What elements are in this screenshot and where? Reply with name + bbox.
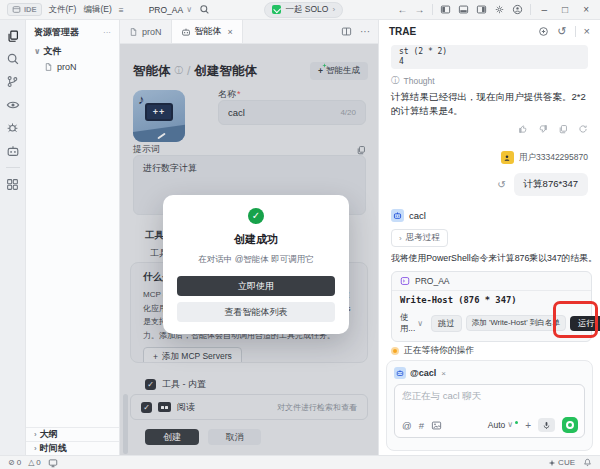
use-now-button[interactable]: 立即使用 (177, 276, 335, 296)
activity-bar-divider (6, 167, 20, 168)
preview-eye-icon[interactable] (5, 97, 20, 112)
toggle-bottom-panel-icon[interactable] (458, 4, 469, 15)
retry-message-icon[interactable]: ↺ (497, 179, 505, 190)
toggle-left-panel-icon[interactable] (440, 4, 451, 15)
menu-edit[interactable]: 编辑(E) (83, 4, 111, 16)
add-whitelist-button[interactable]: 添加 'Write-Host' 到白名单 (466, 315, 566, 331)
errors-status[interactable]: ⊘ 0 (8, 458, 21, 467)
explorer-files-icon[interactable] (5, 28, 20, 43)
terminal-card-header: PRO_AA (392, 272, 591, 291)
titlebar: IDE 文件(F) 编辑(E) ≡ PRO_AA ∨ 一起 SOLO › ← →… (0, 0, 600, 20)
create-agent-page: 智能体 ⓘ / 创建智能体 + 智能生成 ♪ ++ 名称* (120, 44, 378, 455)
cue-status[interactable]: CUE (548, 458, 575, 467)
editor-pane: proN 智能体 × ··· 智能体 ⓘ / 创建智能体 (120, 20, 378, 455)
command-actions: 使用... ∨ 跳过 添加 'Write-Host' 到白名单 运行 (392, 307, 591, 341)
project-switcher[interactable]: PRO_AA ∨ (149, 5, 192, 15)
user-avatar (501, 151, 514, 164)
statusbar-right: CUE (548, 458, 592, 467)
context-hash-icon[interactable]: # (419, 420, 424, 431)
ide-label: IDE (24, 5, 37, 14)
skip-button[interactable]: 跳过 (431, 315, 462, 332)
search-sidebar-icon[interactable] (5, 51, 20, 66)
thumbs-up-icon[interactable] (518, 124, 528, 134)
user-identity-row: 用户33342295870 (501, 151, 588, 164)
run-button[interactable]: 运行 (570, 316, 600, 331)
user-name: 用户33342295870 (519, 152, 588, 164)
ai-agent-icon[interactable] (5, 143, 20, 158)
close-chat-icon[interactable]: × (584, 25, 590, 37)
search-icon[interactable] (199, 4, 210, 15)
source-control-icon[interactable] (5, 74, 20, 89)
voice-input-button[interactable] (538, 418, 555, 432)
terminal-command-card: PRO_AA Write-Host (876 * 347) 使用... ∨ 跳过… (391, 271, 592, 342)
account-icon[interactable] (512, 4, 523, 15)
success-modal: ✓ 创建成功 在对话中 @智能体 即可调用它 立即使用 查看智能体列表 (163, 195, 349, 334)
user-message-row: ↺ 计算876*347 (497, 173, 588, 196)
timeline-section[interactable]: › 时间线 (26, 441, 119, 455)
extensions-grid-icon[interactable] (5, 177, 20, 192)
window-logo-icon (12, 5, 21, 14)
input-toolbar: @ # Auto ∨ + (402, 417, 578, 433)
app-logo[interactable]: IDE (7, 3, 42, 16)
chevron-right-icon: › (399, 234, 402, 243)
remove-chip-icon[interactable]: × (441, 369, 446, 378)
thinking-label: 思考过程 (406, 232, 440, 244)
ports-status[interactable] (48, 458, 58, 468)
outline-section[interactable]: › 大纲 (26, 427, 119, 441)
thought-row[interactable]: ⓘ Thought (391, 75, 435, 87)
copy-response-icon[interactable] (558, 124, 568, 134)
chat-message-input[interactable] (402, 390, 577, 401)
code-line-1: st (2 * 2) (399, 47, 580, 57)
history-icon[interactable]: ↺ (557, 25, 566, 38)
chevron-down-icon: ∨ (34, 47, 41, 56)
mention-icon[interactable]: @ (402, 420, 412, 431)
editor-more-icon[interactable]: ··· (360, 26, 370, 37)
message-input-box[interactable]: @ # Auto ∨ + (394, 384, 585, 438)
assistant-plan-text: 我将使用PowerShell命令来计算876乘以347的结果。 (391, 253, 596, 265)
tab-agent[interactable]: 智能体 × (171, 20, 243, 43)
model-mode-select[interactable]: Auto ∨ (488, 420, 518, 430)
trae-chat-panel: TRAE ↺ × st (2 * 2) 4 ⓘ Thought 计算结果已经得出… (378, 20, 600, 455)
thumbs-down-icon[interactable] (538, 124, 548, 134)
attach-image-icon[interactable] (431, 420, 442, 431)
nav-back-button[interactable]: ← (398, 4, 408, 15)
files-section-label: 文件 (44, 45, 62, 58)
error-count: 0 (17, 458, 21, 467)
window-close-button[interactable]: × (579, 4, 593, 15)
tab-close-icon[interactable]: × (228, 27, 233, 37)
warning-count: 0 (36, 458, 40, 467)
split-editor-icon[interactable] (341, 26, 352, 37)
warnings-status[interactable]: △ 0 (28, 458, 41, 467)
send-button[interactable] (562, 417, 578, 433)
solo-label: 一起 SOLO (285, 4, 328, 16)
window-minimize-button[interactable]: – (538, 4, 552, 15)
new-chat-icon[interactable] (538, 26, 549, 37)
file-icon (44, 62, 53, 72)
thinking-process-chip[interactable]: › 思考过程 (391, 229, 448, 247)
files-section-header[interactable]: ∨ 文件 (26, 43, 119, 60)
success-check-icon: ✓ (248, 208, 264, 224)
notifications-bell-icon[interactable] (583, 458, 592, 467)
menu-file[interactable]: 文件(F) (49, 4, 77, 16)
user-message-bubble[interactable]: 计算876*347 (514, 173, 588, 196)
status-bar: ⊘ 0 △ 0 CUE (0, 455, 600, 469)
window-maximize-button[interactable]: □ (558, 4, 572, 15)
tab-pron[interactable]: proN (120, 20, 171, 43)
explorer-more-icon[interactable]: ··· (103, 28, 111, 37)
settings-gear-icon[interactable] (494, 4, 505, 15)
solo-mode-badge[interactable]: 一起 SOLO › (264, 2, 343, 18)
nav-forward-button[interactable]: → (415, 4, 425, 15)
view-agent-list-button[interactable]: 查看智能体列表 (177, 302, 335, 322)
waiting-dot-icon (391, 347, 399, 355)
chat-header-divider (575, 26, 576, 37)
debug-bug-icon[interactable] (5, 120, 20, 135)
add-context-icon[interactable]: + (525, 420, 531, 431)
regenerate-icon[interactable] (578, 124, 588, 134)
editor-scrollbar-thumb[interactable] (123, 394, 128, 454)
use-terminal-dropdown[interactable]: 使用... ∨ (400, 312, 423, 334)
toggle-right-panel-icon[interactable] (476, 4, 487, 15)
more-menus-icon[interactable]: ≡ (119, 5, 124, 15)
file-item-pron[interactable]: proN (26, 60, 119, 74)
chevron-down-icon: ∨ (417, 319, 423, 328)
chat-input-card: @cacl × @ # Auto ∨ + (386, 360, 593, 451)
